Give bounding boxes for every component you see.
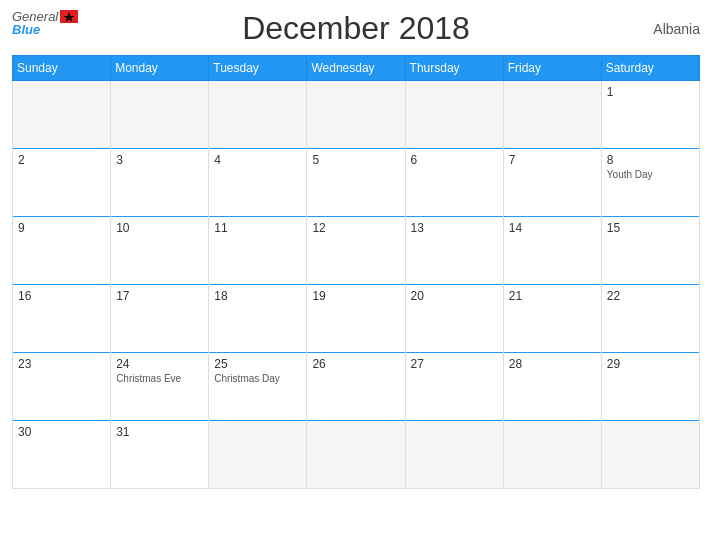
calendar-cell: 6 [405, 149, 503, 217]
col-saturday: Saturday [601, 56, 699, 81]
day-number: 30 [18, 425, 105, 439]
calendar-cell: 15 [601, 217, 699, 285]
calendar-cell: 25Christmas Day [209, 353, 307, 421]
calendar-cell: 5 [307, 149, 405, 217]
logo-blue-text: Blue [12, 23, 40, 36]
calendar-cell: 2 [13, 149, 111, 217]
event-label: Christmas Day [214, 373, 301, 384]
day-number: 11 [214, 221, 301, 235]
day-number: 15 [607, 221, 694, 235]
calendar-cell: 4 [209, 149, 307, 217]
calendar-cell [307, 421, 405, 489]
day-number: 6 [411, 153, 498, 167]
day-number: 25 [214, 357, 301, 371]
day-number: 14 [509, 221, 596, 235]
calendar-cell: 23 [13, 353, 111, 421]
day-number: 24 [116, 357, 203, 371]
day-number: 5 [312, 153, 399, 167]
col-sunday: Sunday [13, 56, 111, 81]
calendar-wrapper: General Blue December 2018 Albania Sunda… [0, 0, 712, 550]
day-number: 27 [411, 357, 498, 371]
event-label: Youth Day [607, 169, 694, 180]
day-number: 13 [411, 221, 498, 235]
day-number: 19 [312, 289, 399, 303]
calendar-cell: 26 [307, 353, 405, 421]
day-number: 1 [607, 85, 694, 99]
calendar-cell: 28 [503, 353, 601, 421]
day-number: 28 [509, 357, 596, 371]
calendar-cell: 22 [601, 285, 699, 353]
calendar-cell: 1 [601, 81, 699, 149]
day-number: 16 [18, 289, 105, 303]
calendar-cell: 30 [13, 421, 111, 489]
calendar-cell: 8Youth Day [601, 149, 699, 217]
calendar-cell: 24Christmas Eve [111, 353, 209, 421]
event-label: Christmas Eve [116, 373, 203, 384]
day-number: 7 [509, 153, 596, 167]
calendar-cell [307, 81, 405, 149]
calendar-cell: 17 [111, 285, 209, 353]
day-number: 8 [607, 153, 694, 167]
calendar-cell: 11 [209, 217, 307, 285]
calendar-cell: 20 [405, 285, 503, 353]
day-number: 3 [116, 153, 203, 167]
day-number: 4 [214, 153, 301, 167]
col-friday: Friday [503, 56, 601, 81]
calendar-cell: 16 [13, 285, 111, 353]
calendar-header-row: Sunday Monday Tuesday Wednesday Thursday… [13, 56, 700, 81]
calendar-cell [503, 421, 601, 489]
calendar-cell: 29 [601, 353, 699, 421]
col-tuesday: Tuesday [209, 56, 307, 81]
calendar-cell: 9 [13, 217, 111, 285]
calendar-cell: 14 [503, 217, 601, 285]
calendar-cell [13, 81, 111, 149]
day-number: 2 [18, 153, 105, 167]
day-number: 17 [116, 289, 203, 303]
day-number: 18 [214, 289, 301, 303]
day-number: 26 [312, 357, 399, 371]
day-number: 21 [509, 289, 596, 303]
col-thursday: Thursday [405, 56, 503, 81]
calendar-cell [209, 421, 307, 489]
calendar-cell [503, 81, 601, 149]
col-wednesday: Wednesday [307, 56, 405, 81]
col-monday: Monday [111, 56, 209, 81]
calendar-cell: 13 [405, 217, 503, 285]
day-number: 29 [607, 357, 694, 371]
calendar-cell: 18 [209, 285, 307, 353]
day-number: 22 [607, 289, 694, 303]
day-number: 10 [116, 221, 203, 235]
day-number: 23 [18, 357, 105, 371]
day-number: 31 [116, 425, 203, 439]
day-number: 9 [18, 221, 105, 235]
calendar-cell: 21 [503, 285, 601, 353]
country-label: Albania [653, 21, 700, 37]
calendar-cell: 12 [307, 217, 405, 285]
day-number: 12 [312, 221, 399, 235]
calendar-cell: 31 [111, 421, 209, 489]
calendar-header: General Blue December 2018 Albania [12, 10, 700, 47]
calendar-cell [601, 421, 699, 489]
logo-flag-icon [60, 10, 78, 23]
calendar-table: Sunday Monday Tuesday Wednesday Thursday… [12, 55, 700, 489]
calendar-cell: 3 [111, 149, 209, 217]
calendar-cell [405, 421, 503, 489]
calendar-cell [405, 81, 503, 149]
day-number: 20 [411, 289, 498, 303]
calendar-cell: 10 [111, 217, 209, 285]
calendar-cell: 27 [405, 353, 503, 421]
calendar-body: 12345678Youth Day91011121314151617181920… [13, 81, 700, 489]
logo: General Blue [12, 10, 78, 36]
calendar-cell: 19 [307, 285, 405, 353]
month-title: December 2018 [242, 10, 470, 47]
calendar-cell [111, 81, 209, 149]
calendar-cell [209, 81, 307, 149]
calendar-cell: 7 [503, 149, 601, 217]
